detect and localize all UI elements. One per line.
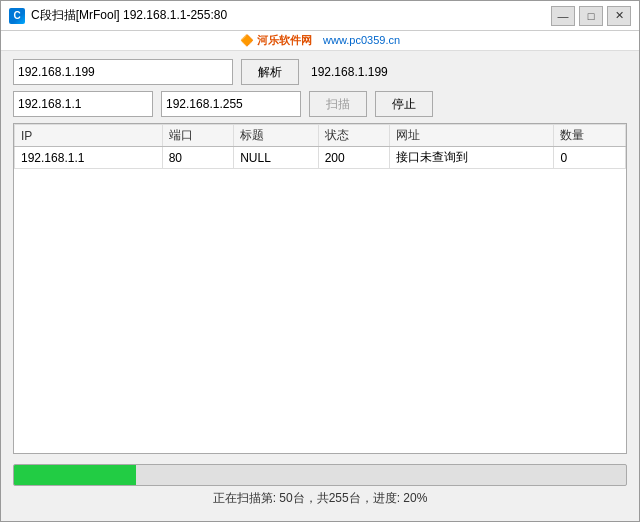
content-area: 解析 192.168.1.199 扫描 停止 IP 端口 标题 状态 网址 bbox=[1, 51, 639, 521]
url-input[interactable] bbox=[13, 59, 233, 85]
scan-button[interactable]: 扫描 bbox=[309, 91, 367, 117]
range-end-input[interactable] bbox=[161, 91, 301, 117]
table-cell: 接口未查询到 bbox=[390, 147, 554, 169]
maximize-button[interactable]: □ bbox=[579, 6, 603, 26]
col-count: 数量 bbox=[554, 125, 626, 147]
title-bar-text: C段扫描[MrFool] 192.168.1.1-255:80 bbox=[31, 7, 551, 24]
table-cell: NULL bbox=[234, 147, 318, 169]
title-bar: C C段扫描[MrFool] 192.168.1.1-255:80 — □ ✕ bbox=[1, 1, 639, 31]
minimize-button[interactable]: — bbox=[551, 6, 575, 26]
table-cell: 80 bbox=[162, 147, 234, 169]
progress-area: 正在扫描第: 50台，共255台，进度: 20% bbox=[13, 460, 627, 513]
watermark-logo: 🔶 河乐软件网 bbox=[240, 34, 312, 46]
table-cell: 200 bbox=[318, 147, 390, 169]
main-window: C C段扫描[MrFool] 192.168.1.1-255:80 — □ ✕ … bbox=[0, 0, 640, 522]
col-port: 端口 bbox=[162, 125, 234, 147]
ip-result: 192.168.1.199 bbox=[311, 65, 388, 79]
watermark-url: www.pc0359.cn bbox=[323, 34, 400, 46]
range-row: 扫描 停止 bbox=[13, 91, 627, 117]
table-cell: 192.168.1.1 bbox=[15, 147, 163, 169]
progress-bar-container bbox=[13, 464, 627, 486]
col-status: 状态 bbox=[318, 125, 390, 147]
title-bar-buttons: — □ ✕ bbox=[551, 6, 631, 26]
close-button[interactable]: ✕ bbox=[607, 6, 631, 26]
url-row: 解析 192.168.1.199 bbox=[13, 59, 627, 85]
stop-button[interactable]: 停止 bbox=[375, 91, 433, 117]
table-row[interactable]: 192.168.1.180NULL200接口未查询到0 bbox=[15, 147, 626, 169]
range-start-input[interactable] bbox=[13, 91, 153, 117]
table-cell: 0 bbox=[554, 147, 626, 169]
progress-status-text: 正在扫描第: 50台，共255台，进度: 20% bbox=[13, 490, 627, 511]
app-icon: C bbox=[9, 8, 25, 24]
results-table: IP 端口 标题 状态 网址 数量 192.168.1.180NULL200接口… bbox=[14, 124, 626, 169]
col-title: 标题 bbox=[234, 125, 318, 147]
results-table-container[interactable]: IP 端口 标题 状态 网址 数量 192.168.1.180NULL200接口… bbox=[13, 123, 627, 454]
parse-button[interactable]: 解析 bbox=[241, 59, 299, 85]
table-header-row: IP 端口 标题 状态 网址 数量 bbox=[15, 125, 626, 147]
col-ip: IP bbox=[15, 125, 163, 147]
progress-bar-fill bbox=[14, 465, 136, 485]
watermark-bar: 🔶 河乐软件网 www.pc0359.cn bbox=[1, 31, 639, 51]
col-url: 网址 bbox=[390, 125, 554, 147]
